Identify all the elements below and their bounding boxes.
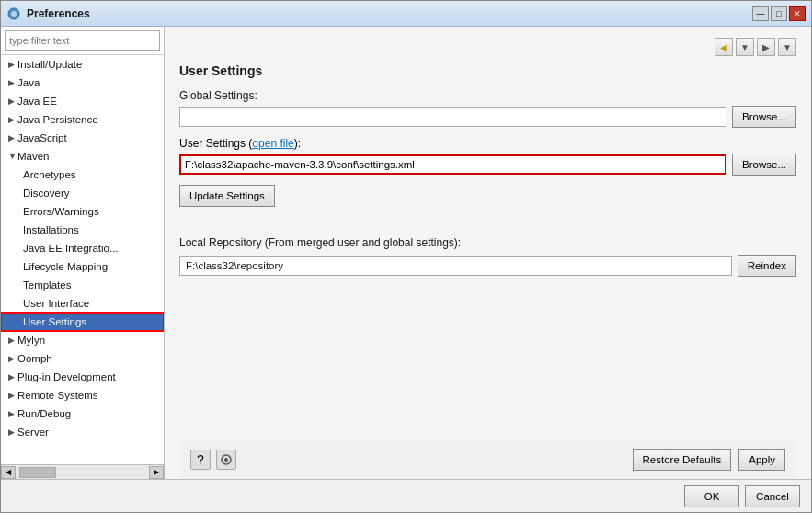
user-browse-button[interactable]: Browse... (732, 154, 796, 176)
expand-arrow: ▶ (8, 133, 17, 142)
tree-item-user-interface[interactable]: User Interface (1, 294, 164, 313)
close-button[interactable]: ✕ (789, 6, 806, 21)
tree-item-archetypes[interactable]: Archetypes (1, 165, 164, 184)
preferences-icon-button[interactable] (216, 450, 236, 470)
left-panel: ▶ Install/Update ▶ Java ▶ Java EE ▶ Java… (1, 27, 165, 479)
tree-item-maven[interactable]: ▼ Maven (1, 147, 164, 165)
tree-item-label: Install/Update (17, 59, 82, 70)
tree-item-label: Java (17, 77, 40, 88)
expand-arrow: ▶ (8, 78, 17, 87)
local-repo-label: Local Repository (From merged user and g… (179, 236, 796, 249)
expand-arrow: ▶ (8, 115, 17, 124)
apply-button[interactable]: Apply (738, 449, 785, 471)
tree-item-discovery[interactable]: Discovery (1, 184, 164, 202)
tree-item-label: Maven (17, 151, 50, 162)
forward-button[interactable]: ▶ (757, 38, 775, 56)
tree-item-plugin-development[interactable]: ▶ Plug-in Development (1, 368, 164, 386)
global-browse-button[interactable]: Browse... (732, 106, 796, 128)
expand-arrow: ▶ (8, 409, 17, 418)
title-bar: Preferences — □ ✕ (1, 1, 811, 27)
panel-title: User Settings (179, 63, 796, 78)
tree-item-label: Run/Debug (17, 408, 71, 419)
tree-item-lifecycle-mapping[interactable]: Lifecycle Mapping (1, 257, 164, 276)
update-settings-button[interactable]: Update Settings (179, 185, 275, 207)
scroll-track (16, 466, 149, 479)
tree-item-server[interactable]: ▶ Server (1, 423, 164, 441)
expand-arrow: ▶ (8, 336, 17, 345)
user-settings-input[interactable] (179, 154, 726, 175)
tree-item-mylyn[interactable]: ▶ Mylyn (1, 331, 164, 349)
tree-item-label: JavaScript (17, 132, 67, 143)
scroll-thumb[interactable] (19, 467, 56, 478)
reindex-button[interactable]: Reindex (738, 255, 796, 277)
scroll-left-btn[interactable]: ◀ (1, 466, 16, 479)
tree-item-label: Errors/Warnings (23, 206, 99, 217)
bottom-bar: ? Restore Defaults Apply (179, 439, 796, 479)
tree-item-installations[interactable]: Installations (1, 221, 164, 239)
bottom-left-icons: ? (190, 450, 236, 470)
back-button[interactable]: ◀ (715, 38, 733, 56)
open-file-link[interactable]: open file (252, 137, 293, 150)
nav-bar: ◀ ▼ ▶ ▼ (179, 38, 796, 56)
update-settings-row: Update Settings (179, 185, 796, 222)
window-icon (6, 6, 21, 21)
tree-item-label: Java EE (17, 96, 57, 107)
local-repo-display: F:\class32\repository (179, 256, 732, 276)
svg-point-3 (224, 458, 228, 462)
global-settings-label: Global Settings: (179, 89, 796, 102)
help-icon-button[interactable]: ? (190, 450, 211, 470)
tree-item-remote-systems[interactable]: ▶ Remote Systems (1, 386, 164, 405)
window-controls: — □ ✕ (752, 6, 806, 21)
minimize-button[interactable]: — (752, 6, 769, 21)
cancel-button[interactable]: Cancel (745, 485, 800, 507)
user-settings-row: Browse... (179, 154, 796, 176)
tree-item-label: Java EE Integratio... (23, 243, 119, 254)
tree-item-label: Server (17, 427, 49, 438)
tree-item-label: Archetypes (23, 169, 76, 180)
global-settings-row: Browse... (179, 106, 796, 128)
content-area: ▶ Install/Update ▶ Java ▶ Java EE ▶ Java… (1, 27, 811, 479)
expand-arrow: ▶ (8, 372, 17, 382)
window-title: Preferences (27, 7, 752, 20)
tree-item-label: Mylyn (17, 335, 45, 346)
tree-item-templates[interactable]: Templates (1, 276, 164, 294)
filter-input[interactable] (5, 30, 160, 51)
ok-button[interactable]: OK (684, 485, 739, 507)
expand-arrow: ▶ (8, 354, 17, 363)
tree-item-label: Discovery (23, 188, 69, 199)
tree-item-java[interactable]: ▶ Java (1, 74, 164, 92)
tree-item-oomph[interactable]: ▶ Oomph (1, 349, 164, 368)
scroll-right-btn[interactable]: ▶ (149, 466, 164, 479)
dropdown-back-button[interactable]: ▼ (736, 38, 754, 56)
tree-item-label: User Settings (23, 316, 86, 327)
tree-item-label: Templates (23, 279, 71, 291)
tree-item-javascript[interactable]: ▶ JavaScript (1, 129, 164, 147)
tree-item-java-ee[interactable]: ▶ Java EE (1, 92, 164, 110)
tree-item-label: Installations (23, 224, 79, 235)
global-settings-input[interactable] (179, 107, 726, 127)
maximize-button[interactable]: □ (771, 6, 787, 21)
preferences-window: Preferences — □ ✕ ▶ Install/Update ▶ Jav… (0, 0, 812, 513)
tree-item-user-settings[interactable]: User Settings (1, 313, 164, 331)
expand-arrow: ▶ (8, 428, 17, 437)
tree-item-label: Remote Systems (17, 390, 98, 401)
tree-item-label: Java Persistence (17, 114, 98, 125)
user-settings-prefix: User Settings ( (179, 137, 252, 150)
horizontal-scrollbar[interactable]: ◀ ▶ (1, 464, 164, 479)
tree-item-label: Plug-in Development (17, 371, 116, 382)
tree-item-java-ee-integration[interactable]: Java EE Integratio... (1, 239, 164, 257)
restore-defaults-button[interactable]: Restore Defaults (633, 449, 732, 471)
user-settings-label-row: User Settings (open file): (179, 137, 796, 150)
tree-item-label: Oomph (17, 353, 52, 364)
tree-item-run-debug[interactable]: ▶ Run/Debug (1, 405, 164, 423)
filter-wrap (1, 27, 164, 55)
tree-item-install-update[interactable]: ▶ Install/Update (1, 55, 164, 74)
expand-arrow: ▶ (8, 97, 17, 106)
tree-item-errors-warnings[interactable]: Errors/Warnings (1, 202, 164, 221)
dropdown-forward-button[interactable]: ▼ (778, 38, 796, 56)
tree-area: ▶ Install/Update ▶ Java ▶ Java EE ▶ Java… (1, 55, 164, 464)
tree-item-java-persistence[interactable]: ▶ Java Persistence (1, 110, 164, 129)
tree-item-label: Lifecycle Mapping (23, 261, 108, 272)
tree-item-label: User Interface (23, 298, 89, 309)
user-settings-suffix: ): (294, 137, 301, 150)
